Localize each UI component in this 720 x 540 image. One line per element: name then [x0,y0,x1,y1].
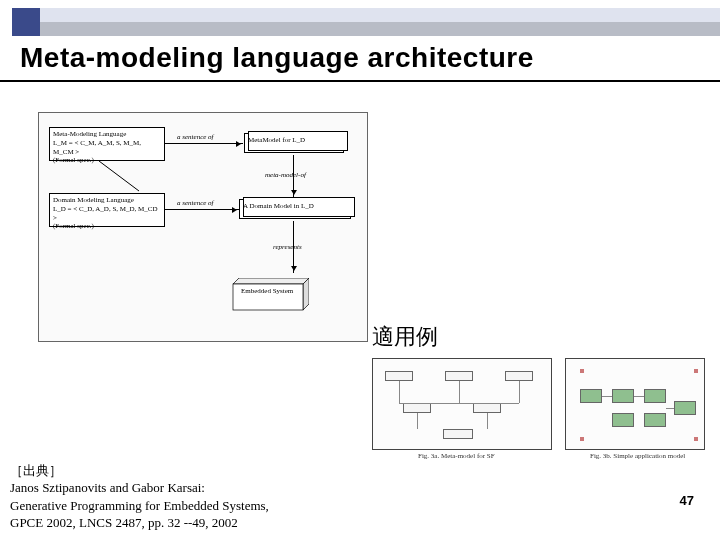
accent-bar-gray [40,22,720,36]
thumbnail-right-caption: Fig. 3b. Simple application model [590,452,685,460]
citation-block: ［出典］ Janos Sztipanovits and Gabor Karsai… [10,462,269,532]
accent-square [12,8,40,36]
metamodel-text: MetaModel for L_D [248,136,305,144]
label-sentence-of-top: a sentence of [177,133,214,141]
meta-modeling-language-text: Meta-Modeling Language L_M = < C_M, A_M,… [53,130,141,164]
citation-line3: Generative Programming for Embedded Syst… [10,497,269,515]
citation-line1: ［出典］ [10,462,269,480]
page-number: 47 [680,493,694,508]
accent-bar-light [40,8,720,22]
title-underline [0,80,720,82]
metamodel-box: MetaModel for L_D [244,133,344,153]
embedded-system-text: Embedded System [241,288,293,296]
arrow-sentence-of-top [165,143,243,144]
svg-marker-2 [303,278,309,310]
meta-modeling-language-box: Meta-Modeling Language L_M = < C_M, A_M,… [49,127,165,161]
slide-title: Meta-modeling language architecture [20,42,534,74]
svg-marker-1 [233,278,309,284]
domain-model-text: A Domain Model in L_D [243,202,314,210]
embedded-system-box: Embedded System [227,278,309,312]
example-thumbnail-right [565,358,705,450]
arrow-represents-diagonal [99,161,279,281]
architecture-diagram: Meta-Modeling Language L_M = < C_M, A_M,… [38,112,368,342]
example-label: 適用例 [372,322,438,352]
domain-model-box: A Domain Model in L_D [239,199,351,219]
citation-line2: Janos Sztipanovits and Gabor Karsai: [10,479,269,497]
svg-line-0 [99,161,139,191]
citation-line4: GPCE 2002, LNCS 2487, pp. 32 --49, 2002 [10,514,269,532]
thumbnail-left-caption: Fig. 3a. Meta-model for SF [418,452,495,460]
example-thumbnail-left [372,358,552,450]
